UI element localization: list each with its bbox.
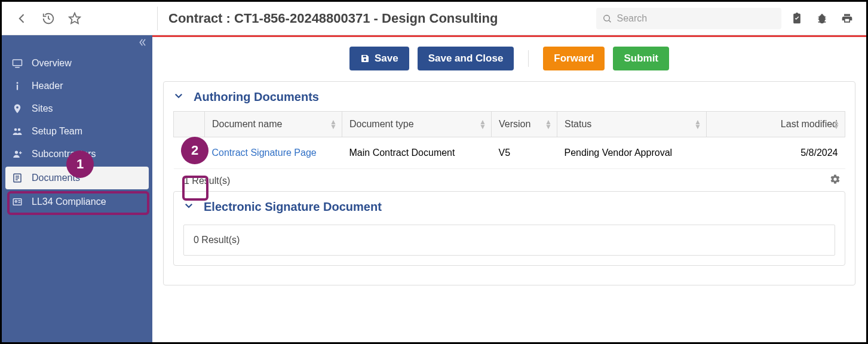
pencil-icon	[185, 148, 194, 158]
submit-button[interactable]: Submit	[613, 47, 669, 70]
col-status[interactable]: Status ▲▼	[557, 112, 707, 137]
nav-list: Overview Header Sites Setup Team	[2, 52, 152, 213]
result-count: 0 Result(s)	[194, 235, 240, 245]
sidebar: Overview Header Sites Setup Team	[2, 35, 152, 342]
users-icon	[11, 126, 23, 137]
svg-line-2	[609, 20, 611, 22]
cell-doc-name: Contract Signature Page	[205, 137, 342, 169]
section-title: Electronic Signature Document	[204, 200, 382, 214]
save-close-button[interactable]: Save and Close	[418, 47, 514, 70]
sidebar-item-header[interactable]: Header	[2, 75, 152, 97]
sidebar-item-label: Subcontractors	[32, 149, 96, 159]
section-authoring-documents: Authoring Documents Document name ▲▼ Doc…	[163, 81, 855, 285]
topbar-utilities	[785, 7, 859, 30]
topbar: Contract : CT1-856-20248800371 - Design …	[2, 2, 866, 35]
col-edit	[174, 112, 205, 137]
sidebar-item-overview[interactable]: Overview	[2, 52, 152, 75]
star-icon[interactable]	[63, 7, 87, 30]
info-icon	[11, 81, 23, 91]
chevron-down-icon[interactable]	[183, 200, 194, 214]
sidebar-item-label: Overview	[32, 58, 72, 69]
clipboard-check-icon[interactable]	[785, 7, 809, 30]
cell-version: V5	[492, 137, 557, 169]
sidebar-item-documents[interactable]: Documents	[5, 167, 149, 189]
sidebar-item-label: LL34 Compliance	[32, 196, 106, 207]
sidebar-item-subcontractors[interactable]: Subcontractors	[2, 143, 152, 165]
gear-icon	[830, 174, 841, 185]
svg-point-5	[17, 82, 19, 84]
search-icon	[602, 13, 612, 24]
save-icon	[360, 54, 370, 63]
sort-icon: ▲▼	[479, 119, 486, 129]
svg-marker-0	[69, 13, 80, 23]
svg-point-7	[14, 128, 17, 131]
col-document-type[interactable]: Document type ▲▼	[342, 112, 492, 137]
svg-point-8	[18, 128, 21, 131]
page-title: Contract : CT1-856-20248800371 - Design …	[162, 11, 596, 26]
print-icon[interactable]	[835, 7, 859, 30]
history-icon[interactable]	[36, 7, 60, 30]
sort-icon: ▲▼	[833, 119, 840, 129]
search-input[interactable]	[617, 13, 775, 24]
col-label: Version	[499, 119, 530, 129]
chevron-down-icon[interactable]	[173, 90, 184, 104]
svg-point-9	[15, 150, 18, 153]
table-row: Contract Signature Page Main Contract Do…	[174, 137, 845, 169]
documents-table: Document name ▲▼ Document type ▲▼ Versio…	[173, 111, 845, 169]
cell-edit	[174, 137, 205, 169]
back-icon[interactable]	[10, 7, 34, 30]
search-box[interactable]	[596, 8, 781, 29]
cell-status: Pending Vendor Approval	[557, 137, 707, 169]
save-label: Save	[375, 53, 398, 64]
action-divider	[528, 50, 529, 67]
user-plus-icon	[11, 149, 23, 159]
col-label: Last modified	[781, 119, 838, 130]
section-header: Authoring Documents	[173, 90, 845, 104]
sidebar-item-label: Setup Team	[32, 126, 82, 137]
main-layout: Overview Header Sites Setup Team	[2, 35, 866, 342]
sidebar-item-label: Header	[32, 81, 63, 91]
forward-button[interactable]: Forward	[543, 47, 605, 70]
section-header: Electronic Signature Document	[183, 200, 835, 214]
svg-point-1	[604, 15, 610, 21]
col-label: Document name	[212, 119, 282, 129]
table-header-row: Document name ▲▼ Document type ▲▼ Versio…	[174, 112, 845, 137]
section-title: Authoring Documents	[194, 90, 319, 104]
svg-rect-6	[17, 85, 18, 90]
document-link[interactable]: Contract Signature Page	[212, 148, 317, 158]
topbar-divider	[157, 7, 158, 30]
svg-point-17	[15, 201, 17, 202]
save-close-label: Save and Close	[428, 53, 504, 64]
documents-icon	[11, 173, 23, 183]
sidebar-item-ll34[interactable]: LL34 Compliance	[2, 191, 152, 213]
location-icon	[11, 103, 23, 114]
table-footer: 1 Result(s)	[173, 169, 845, 188]
sidebar-item-setup-team[interactable]: Setup Team	[2, 120, 152, 143]
sidebar-item-label: Sites	[32, 103, 53, 114]
collapse-sidebar-icon[interactable]	[138, 38, 148, 50]
col-label: Status	[565, 119, 591, 129]
section-electronic-signature: Electronic Signature Document 0 Result(s…	[173, 191, 845, 266]
sidebar-item-label: Documents	[32, 173, 80, 183]
id-card-icon	[11, 196, 23, 207]
col-label: Document type	[349, 119, 414, 129]
cell-doc-type: Main Contract Document	[342, 137, 492, 169]
submit-label: Submit	[624, 53, 658, 64]
sidebar-item-sites[interactable]: Sites	[2, 97, 152, 120]
bug-icon[interactable]	[810, 7, 834, 30]
col-document-name[interactable]: Document name ▲▼	[205, 112, 342, 137]
content-area: Save Save and Close Forward Submit Autho…	[152, 35, 866, 342]
save-button[interactable]: Save	[349, 47, 409, 70]
table-settings-button[interactable]	[830, 174, 841, 188]
svg-rect-3	[13, 60, 22, 66]
action-bar: Save Save and Close Forward Submit	[163, 37, 855, 81]
esig-results-box: 0 Result(s)	[183, 225, 835, 256]
cell-last-modified: 5/8/2024	[707, 137, 845, 169]
topbar-nav-icons	[2, 7, 152, 30]
forward-label: Forward	[554, 53, 594, 64]
sort-icon: ▲▼	[330, 119, 337, 129]
sort-icon: ▲▼	[694, 119, 701, 129]
col-last-modified[interactable]: Last modified ▲▼	[707, 112, 845, 137]
edit-row-button[interactable]	[181, 145, 198, 161]
col-version[interactable]: Version ▲▼	[492, 112, 557, 137]
